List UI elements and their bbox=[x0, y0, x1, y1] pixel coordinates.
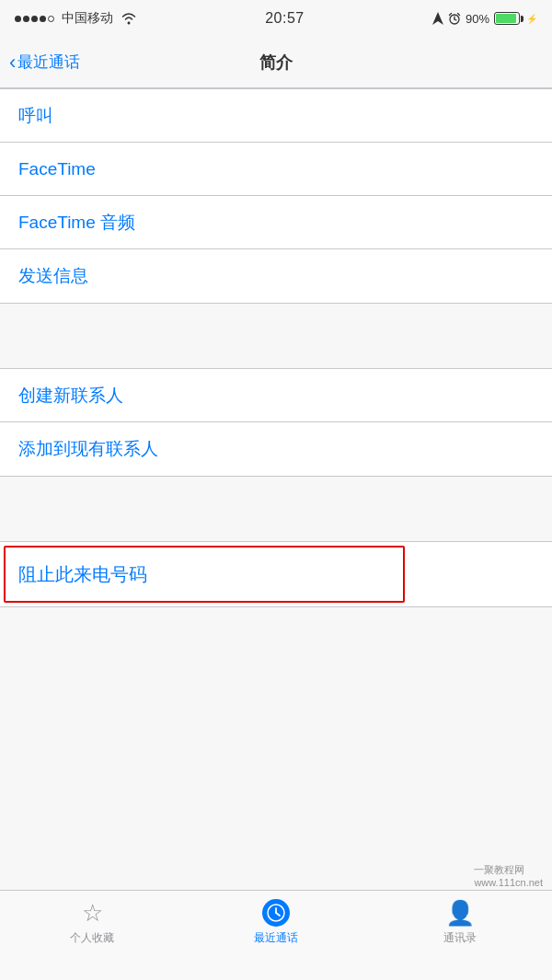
star-icon: ☆ bbox=[82, 901, 103, 925]
facetime-label: FaceTime bbox=[18, 159, 96, 179]
signal-dot-3 bbox=[31, 16, 38, 22]
back-label: 最近通话 bbox=[17, 52, 80, 73]
call-label: 呼叫 bbox=[18, 104, 53, 128]
nav-bar: ‹ 最近通话 简介 bbox=[0, 37, 552, 88]
tab-item-recents[interactable]: 最近通话 bbox=[184, 898, 368, 946]
list-item-block[interactable]: 阻止此来电号码 bbox=[0, 542, 552, 606]
carrier-name: 中国移动 bbox=[62, 10, 113, 27]
list-item-facetime[interactable]: FaceTime bbox=[0, 143, 552, 196]
battery-fill bbox=[496, 14, 516, 23]
list-item-send-message[interactable]: 发送信息 bbox=[0, 249, 552, 303]
block-label: 阻止此来电号码 bbox=[18, 562, 147, 587]
tab-item-favorites[interactable]: ☆ 个人收藏 bbox=[0, 898, 184, 946]
lightning-icon: ⚡ bbox=[526, 14, 537, 24]
favorites-icon-wrap: ☆ bbox=[77, 898, 107, 928]
send-message-label: 发送信息 bbox=[18, 264, 88, 288]
tab-item-contacts[interactable]: 👤 通讯录 bbox=[368, 898, 552, 946]
section-group-block: 阻止此来电号码 bbox=[0, 541, 552, 607]
clock-icon bbox=[267, 904, 285, 922]
list-item-add-contact[interactable]: 添加到现有联系人 bbox=[0, 422, 552, 476]
signal-dot-1 bbox=[15, 16, 21, 22]
svg-marker-0 bbox=[432, 12, 443, 25]
page-title: 简介 bbox=[259, 52, 293, 74]
tab-label-contacts: 通讯录 bbox=[443, 930, 477, 946]
section-group-contacts: 创建新联系人 添加到现有联系人 bbox=[0, 368, 552, 477]
watermark-line2: www.111cn.net bbox=[474, 877, 543, 888]
recents-icon-wrap bbox=[261, 898, 291, 928]
section-gap-1 bbox=[0, 304, 552, 336]
tab-label-recents: 最近通话 bbox=[254, 930, 298, 946]
contacts-icon-wrap: 👤 bbox=[445, 898, 475, 928]
list-item-facetime-audio[interactable]: FaceTime 音频 bbox=[0, 196, 552, 249]
watermark-line1: 一聚教程网 bbox=[474, 863, 543, 877]
watermark: 一聚教程网 www.111cn.net bbox=[474, 863, 543, 888]
content-area: 呼叫 FaceTime FaceTime 音频 发送信息 创建新联系人 添加到现… bbox=[0, 88, 552, 607]
signal-dot-5 bbox=[48, 16, 54, 22]
status-left: 中国移动 bbox=[15, 10, 137, 27]
tab-bar: ☆ 个人收藏 最近通话 👤 通讯录 bbox=[0, 890, 552, 980]
person-icon: 👤 bbox=[445, 901, 475, 925]
section-group-calls: 呼叫 FaceTime FaceTime 音频 发送信息 bbox=[0, 88, 552, 304]
location-icon bbox=[432, 12, 443, 25]
list-item-call[interactable]: 呼叫 bbox=[0, 89, 552, 143]
svg-line-3 bbox=[454, 19, 456, 20]
wifi-icon bbox=[121, 12, 137, 25]
battery-icon bbox=[494, 12, 520, 25]
status-right: 90% ⚡ bbox=[432, 12, 537, 26]
list-item-create-contact[interactable]: 创建新联系人 bbox=[0, 369, 552, 422]
svg-line-4 bbox=[449, 14, 451, 16]
section-gap-2 bbox=[0, 477, 552, 509]
back-button[interactable]: ‹ 最近通话 bbox=[9, 52, 80, 73]
signal-dot-4 bbox=[40, 16, 46, 22]
chevron-left-icon: ‹ bbox=[9, 52, 16, 73]
signal-dots bbox=[15, 16, 54, 22]
signal-dot-2 bbox=[23, 16, 29, 22]
battery-percent: 90% bbox=[466, 12, 489, 26]
recents-circle bbox=[262, 899, 290, 927]
facetime-audio-label: FaceTime 音频 bbox=[18, 211, 135, 235]
tab-label-favorites: 个人收藏 bbox=[70, 930, 114, 946]
svg-line-8 bbox=[276, 913, 280, 916]
status-time: 20:57 bbox=[265, 10, 305, 27]
svg-line-5 bbox=[457, 14, 459, 16]
add-contact-label: 添加到现有联系人 bbox=[18, 437, 158, 461]
alarm-icon bbox=[448, 12, 461, 25]
create-contact-label: 创建新联系人 bbox=[18, 384, 123, 408]
status-bar: 中国移动 20:57 90% ⚡ bbox=[0, 0, 552, 37]
